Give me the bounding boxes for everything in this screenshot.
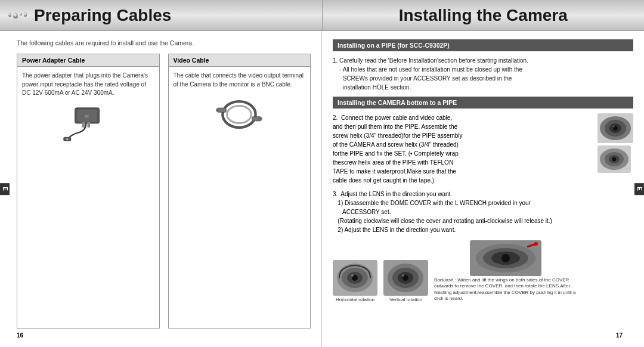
camera-side-svg [598, 146, 630, 172]
page-number-right: 17 [333, 329, 623, 339]
bottom-img-vertical: Vertical rotation [383, 260, 428, 302]
horizontal-rotation-image [333, 260, 377, 296]
header-right: Installing the Camera [323, 6, 645, 25]
video-cable-image [174, 94, 306, 135]
camera-bottom-row [597, 145, 633, 173]
svg-point-28 [351, 274, 354, 277]
svg-point-33 [402, 274, 404, 277]
svg-text:DC: DC [85, 114, 89, 117]
power-adapter-content: The power adapter that plugs into the Ca… [17, 67, 159, 149]
bottom-img-horizontal: Horizontal rotation [333, 260, 377, 302]
side-label-right: E [634, 183, 644, 195]
bottom-img-backlash: Backlash : Widen and lift the wings on b… [434, 240, 577, 302]
vertical-rotation-image [383, 260, 428, 296]
left-panel: E The following cables are required to i… [0, 31, 322, 347]
svg-point-23 [612, 157, 617, 162]
backlash-caption: Backlash : Widen and lift the wings on b… [434, 277, 577, 302]
camera-top-svg [598, 114, 633, 142]
step3-text: 3. Adjust the LENS in the direction you … [333, 190, 633, 234]
side-label-left: E [0, 183, 10, 195]
camera-side-image [597, 145, 631, 173]
video-cable-header: Video Cable [169, 54, 311, 67]
vertical-svg [384, 261, 428, 295]
power-adapter-text: The power adapter that plugs into the Ca… [22, 72, 148, 96]
cables-container: Power Adapter Cable The power adapter th… [17, 54, 311, 329]
droplet-4 [24, 13, 27, 17]
page-header: Preparing Cables Installing the Camera [0, 0, 644, 31]
page-number-left: 16 [17, 329, 311, 339]
bottom-images-row: Horizontal rotation Vertical rotation [333, 240, 633, 302]
svg-point-37 [501, 254, 510, 262]
section1-header: Installing on a PIPE (for SCC-C9302P) [333, 39, 633, 51]
step2-text: 2. Connect the power cable and video cab… [333, 113, 593, 185]
droplet-1 [8, 13, 11, 17]
svg-point-14 [259, 118, 261, 120]
vertical-caption: Vertical rotation [389, 297, 422, 302]
left-section-title: Preparing Cables [34, 6, 171, 25]
intro-text: The following cables are required to ins… [17, 39, 311, 47]
video-cable-content: The cable that connects the video output… [169, 67, 311, 140]
backlash-svg [470, 241, 541, 275]
step2-container: 2. Connect the power cable and video cab… [333, 113, 633, 185]
droplet-2 [13, 13, 18, 18]
header-left: Preparing Cables [0, 6, 322, 25]
svg-rect-2 [82, 122, 85, 127]
droplet-3 [20, 13, 22, 16]
svg-point-19 [613, 126, 615, 128]
horizontal-caption: Horizontal rotation [336, 297, 374, 302]
camera-top-image [597, 113, 633, 143]
decorative-droplets [8, 13, 27, 18]
power-adapter-svg: DC [61, 103, 115, 144]
svg-point-5 [66, 138, 68, 140]
section2-header: Installing the CAMERA bottom to a PIPE [333, 97, 633, 109]
bnc-cable-svg [215, 94, 263, 135]
svg-point-39 [534, 242, 538, 246]
step2-images [597, 113, 633, 185]
backlash-image [470, 240, 541, 276]
svg-point-11 [217, 109, 219, 111]
power-adapter-image: DC [22, 103, 154, 144]
step1-text: 1. Carefully read the 'Before Installati… [333, 56, 633, 92]
right-content: 1. Carefully read the 'Before Installati… [333, 56, 633, 97]
main-content: E The following cables are required to i… [0, 31, 644, 347]
horizontal-svg [333, 261, 377, 295]
power-adapter-cable-box: Power Adapter Cable The power adapter th… [17, 54, 160, 329]
svg-rect-3 [87, 122, 90, 127]
power-adapter-header: Power Adapter Cable [17, 54, 159, 67]
svg-point-8 [227, 106, 252, 123]
video-cable-text: The cable that connects the video output… [174, 72, 304, 88]
video-cable-box: Video Cable The cable that connects the … [168, 54, 311, 329]
right-panel: E Installing on a PIPE (for SCC-C9302P) … [322, 31, 644, 347]
right-section-title: Installing the Camera [399, 6, 568, 25]
